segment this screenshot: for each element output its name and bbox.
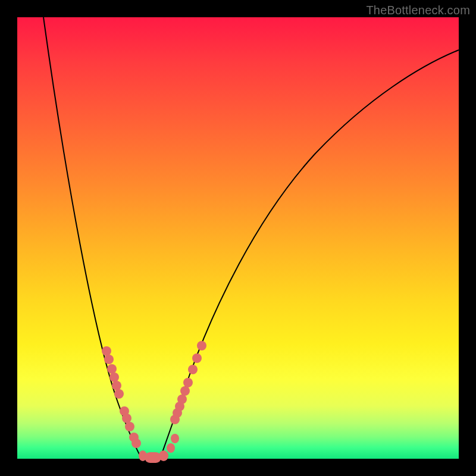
data-dot (112, 381, 121, 390)
dots-right-group (170, 341, 206, 424)
data-dot (114, 389, 124, 399)
data-dot (180, 386, 190, 396)
data-dot (107, 364, 117, 374)
bottom-pill-group (139, 434, 179, 463)
data-dot (109, 372, 119, 382)
data-dot (104, 355, 114, 364)
data-dot (125, 422, 134, 431)
data-dot (131, 439, 141, 448)
chart-frame: TheBottleneck.com (0, 0, 476, 476)
data-pill (171, 434, 179, 443)
data-dot (192, 353, 202, 363)
data-dot (183, 378, 193, 387)
curve-layer (17, 17, 459, 459)
data-pill (159, 450, 168, 461)
data-dot (102, 346, 111, 356)
data-dot (197, 341, 206, 350)
dots-left-group (102, 346, 141, 448)
data-dot (122, 414, 131, 423)
curve-right-branch (160, 50, 459, 459)
data-dot (177, 394, 187, 404)
plot-area (17, 17, 459, 459)
curve-left-branch (43, 17, 142, 459)
watermark-text: TheBottleneck.com (366, 4, 470, 17)
data-pill (167, 443, 175, 453)
data-dot (188, 365, 198, 374)
data-pill (145, 452, 161, 463)
